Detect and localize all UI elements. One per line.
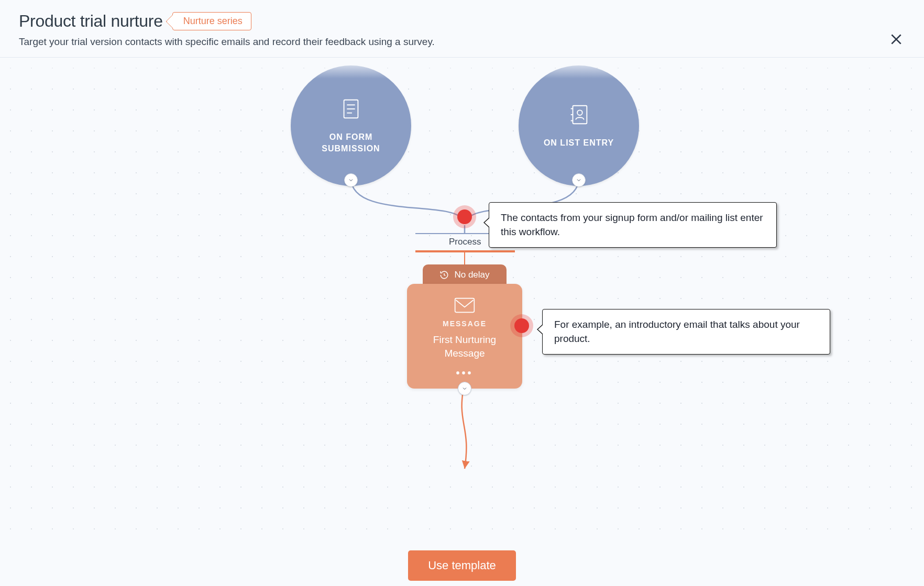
page-title: Product trial nurture	[19, 12, 163, 31]
message-title: First Nurturing Message	[416, 333, 513, 360]
process-label: Process	[449, 237, 481, 247]
chevron-down-icon	[461, 385, 468, 392]
envelope-icon	[416, 297, 513, 313]
annotation-marker-entry	[457, 209, 472, 224]
expand-handle[interactable]	[344, 173, 358, 187]
use-template-button[interactable]: Use template	[408, 550, 516, 581]
series-tag[interactable]: Nurture series	[172, 12, 251, 30]
workflow-canvas[interactable]: Process ON FORM SUBMISSION	[0, 58, 924, 539]
delay-label: No delay	[454, 270, 489, 280]
trigger-form-submission[interactable]: ON FORM SUBMISSION	[291, 65, 411, 186]
message-type-label: MESSAGE	[416, 319, 513, 328]
message-node[interactable]: MESSAGE First Nurturing Message •••	[407, 284, 522, 389]
chevron-down-icon	[348, 177, 354, 183]
svg-point-8	[577, 110, 582, 115]
history-icon	[439, 270, 449, 280]
trigger-label: ON LIST ENTRY	[531, 137, 626, 149]
trigger-label: ON FORM SUBMISSION	[291, 131, 411, 155]
more-icon[interactable]: •••	[416, 367, 513, 379]
expand-handle[interactable]	[572, 173, 586, 187]
expand-handle[interactable]	[458, 382, 471, 395]
process-stem	[464, 252, 465, 264]
contact-book-icon	[567, 103, 591, 129]
close-button[interactable]	[889, 32, 903, 48]
delay-node[interactable]: No delay	[423, 264, 507, 285]
form-icon	[339, 97, 363, 123]
svg-rect-12	[455, 298, 475, 313]
callout-message: For example, an introductory email that …	[542, 309, 830, 355]
close-icon	[889, 32, 903, 46]
process-divider	[415, 250, 515, 252]
callout-entry: The contacts from your signup form and/o…	[489, 202, 777, 248]
page-subtitle: Target your trial version contacts with …	[19, 36, 905, 48]
chevron-down-icon	[576, 177, 582, 183]
annotation-marker-message	[514, 318, 529, 333]
footer: Use template	[0, 539, 924, 586]
page-header: Product trial nurture Nurture series Tar…	[0, 0, 924, 58]
trigger-list-entry[interactable]: ON LIST ENTRY	[519, 65, 639, 186]
